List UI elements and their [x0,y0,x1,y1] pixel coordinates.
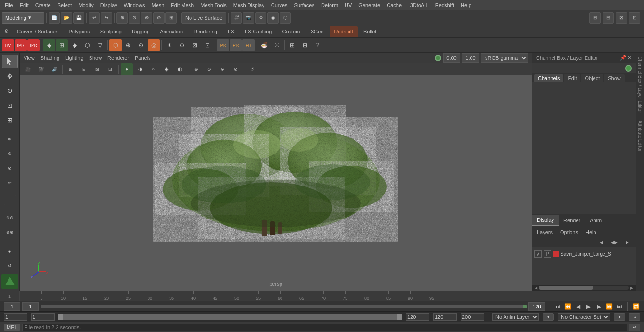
tab-fx[interactable]: FX [223,26,239,37]
rotate-tool-btn[interactable]: ↻ [2,84,18,97]
transform-tool-btn[interactable]: ⊞ [2,113,18,127]
frame-input-current[interactable] [22,302,39,311]
tab-redshift[interactable]: Redshift [330,26,358,37]
vp-shade-btn5[interactable]: ◐ [173,63,186,75]
vp-refresh-btn[interactable]: ↺ [246,63,258,75]
toolbar2-icon8[interactable]: ▽ [94,39,106,51]
move-tool-btn[interactable]: ✥ [2,69,18,83]
menu-edit-mesh[interactable]: Edit Mesh [168,1,197,9]
undo-btn[interactable]: ↩ [89,12,100,24]
range-bar-right-handle[interactable] [397,314,402,320]
ch-tab-object[interactable]: Object [581,74,603,82]
tab-curves-surfaces[interactable]: Curves / Surfaces [12,26,63,37]
menu-generate[interactable]: Generate [355,1,383,9]
scroll-left-btn[interactable]: ◀ [533,285,539,291]
attribute-editor-edge-label[interactable]: Attribute Editor [637,117,643,155]
menu-3dtoall[interactable]: -3DtoAll- [405,1,431,9]
vp-menu-panels[interactable]: Panels [135,55,151,61]
no-anim-layer-dropdown[interactable]: No Anim Layer [492,313,539,321]
menu-file[interactable]: File [2,1,16,9]
vp-shade-btn3[interactable]: ○ [147,63,159,75]
menu-modify[interactable]: Modify [75,1,96,9]
layer-name[interactable]: Savin_Juniper_Large_S [561,251,634,257]
snap-btn1[interactable]: ⊕ [116,12,128,24]
toolbar2-icon21[interactable]: ? [312,39,324,51]
tab-bullet[interactable]: Bullet [359,26,381,37]
vp-grid-btn[interactable]: ⊞ [65,63,77,75]
layer-tab-anim[interactable]: Anim [585,216,606,225]
snap-btn5[interactable]: ⊞ [165,12,177,24]
toolbar2-icon17[interactable]: 🍜 [258,39,270,51]
menu-mesh-tools[interactable]: Mesh Tools [198,1,229,9]
menu-mesh[interactable]: Mesh [149,1,167,9]
scrollbar-track[interactable] [539,286,629,290]
snap-btn3[interactable]: ⊗ [141,12,152,24]
command-input-area[interactable]: File read in 2.2 seconds. [22,324,627,331]
layer-sub-options[interactable]: Options [557,228,581,236]
exposure-input[interactable] [443,53,460,63]
menu-cache[interactable]: Cache [384,1,405,9]
vp-wire-btn[interactable]: ⊡ [104,63,116,75]
vp-shade-btn4[interactable]: ◉ [160,63,173,75]
range-start-input[interactable] [4,313,27,321]
tab-sculpting[interactable]: Sculpting [96,26,126,37]
vp-ao-btn[interactable]: ⊗ [216,63,229,75]
menu-deform[interactable]: Deform [318,1,341,9]
ch-tab-edit[interactable]: Edit [564,74,580,82]
toolbar2-icon13[interactable]: ☀ [163,39,175,51]
menu-select[interactable]: Select [55,1,75,9]
skip-to-start-btn[interactable]: ⏮ [553,302,561,311]
frame-input-left[interactable] [4,302,20,311]
loop-btn[interactable]: 🔁 [632,302,640,311]
reset-btn[interactable]: ↺ [2,259,18,272]
next-frame-btn[interactable]: ▶ [594,302,603,311]
tab-fx-caching[interactable]: FX Caching [240,26,276,37]
toolbar2-icon4[interactable]: ◆ [43,39,55,51]
tab-polygons[interactable]: Polygons [64,26,94,37]
tab-xgen[interactable]: XGen [305,26,328,37]
menu-redshift[interactable]: Redshift [432,1,457,9]
menu-display[interactable]: Display [98,1,120,9]
panel-close-btn[interactable]: ✕ [627,55,632,61]
vp-tex-btn[interactable]: ⊙ [203,63,215,75]
scroll-right-btn[interactable]: ▶ [629,285,635,291]
range-bar-container[interactable] [58,314,402,320]
render-btn2[interactable]: 📷 [243,12,254,24]
toolbar2-icon15[interactable]: ⊠ [189,39,201,51]
vp-menu-lighting[interactable]: Lighting [65,55,83,61]
render-btn4[interactable]: ◉ [267,12,279,24]
layer-vis-v[interactable]: V [534,250,542,258]
vp-menu-renderer[interactable]: Renderer [107,55,129,61]
save-file-btn[interactable]: 💾 [73,12,84,24]
layer-vis-p[interactable]: P [544,250,551,258]
toolbar2-icon20[interactable]: ⊟ [299,39,311,51]
layer-sub-layers[interactable]: Layers [534,228,555,236]
menu-mesh-display[interactable]: Mesh Display [231,1,267,9]
menu-help[interactable]: Help [458,1,474,9]
layout-btn3[interactable]: ⊠ [616,12,627,24]
snap-grid-btn[interactable]: ⊙ [2,147,18,161]
toolbar2-icon7[interactable]: ⬡ [81,39,93,51]
toolbar2-icon5[interactable]: ⊞ [56,39,68,51]
toolbar2-icon6[interactable]: ◆ [68,39,81,51]
menu-windows[interactable]: Windows [121,1,148,9]
vp-film-btn[interactable]: 🎬 [35,63,47,75]
soft-sel-btn[interactable]: ⊗ [2,162,18,175]
toolbar2-icon2[interactable]: IPR [15,39,27,51]
tab-rendering[interactable]: Rendering [189,26,222,37]
color-profile-dropdown[interactable]: sRGB gamma [481,53,528,63]
range-bar-left-handle[interactable] [58,314,63,320]
scrollbar-thumb[interactable] [539,286,593,290]
tab-rigging[interactable]: Rigging [127,26,154,37]
toolbar2-icon10[interactable]: ⊕ [122,39,134,51]
range-end-handle[interactable] [523,305,527,308]
timeline-slider[interactable] [41,305,527,308]
toolbar2-icon19[interactable]: ⊞ [286,39,298,51]
snap-btn2[interactable]: ⊙ [129,12,140,24]
select-tool-btn[interactable] [2,55,18,68]
pivot-btn[interactable]: ⊕⊖ [2,211,18,224]
render-btn5[interactable]: ⬡ [280,12,291,24]
layer-prev-btn[interactable]: ◀ [595,236,607,249]
toolbar2-icon1[interactable]: RV [2,39,14,51]
menu-surfaces[interactable]: Surfaces [291,1,317,9]
